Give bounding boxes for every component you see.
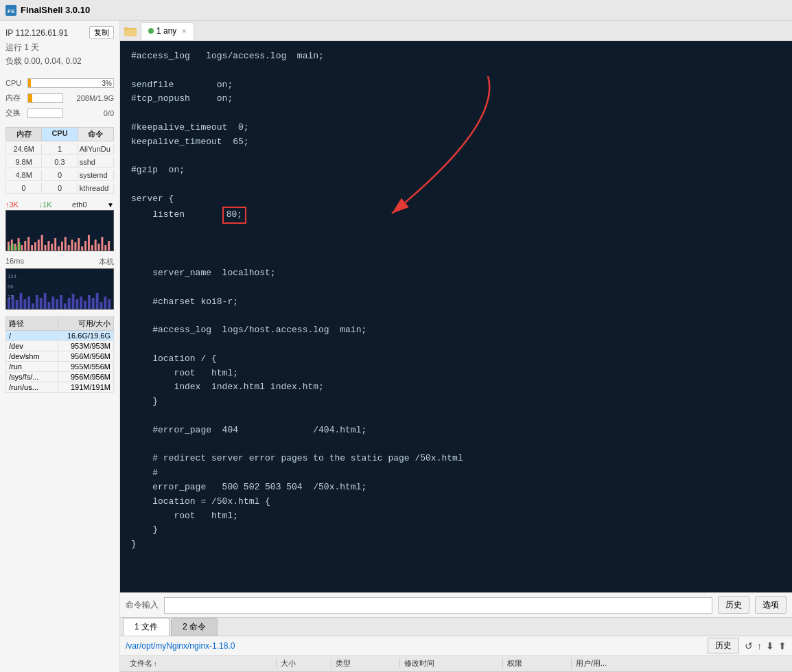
svg-rect-13 bbox=[34, 242, 36, 251]
refresh-icon[interactable]: ↺ bbox=[745, 640, 753, 651]
file-col-name[interactable]: 文件名 ↑ bbox=[126, 658, 277, 669]
svg-text:12: 12 bbox=[8, 294, 14, 300]
code-line: keepalive_timeout 65; bbox=[131, 135, 781, 150]
svg-rect-26 bbox=[78, 238, 80, 251]
svg-rect-51 bbox=[36, 295, 38, 310]
content-area: 1 any × #access_log logs/access.log main… bbox=[120, 21, 792, 672]
tab-commands[interactable]: 2 命令 bbox=[171, 618, 218, 636]
file-col-type[interactable]: 类型 bbox=[331, 658, 400, 669]
net-dropdown[interactable]: ▼ bbox=[107, 201, 114, 209]
file-path-bar: /var/opt/myNginx/nginx-1.18.0 历史 ↺ ↑ ⬇ ⬆ bbox=[120, 636, 792, 656]
code-line bbox=[131, 281, 781, 295]
file-col-perms[interactable]: 权限 bbox=[503, 658, 572, 669]
svg-rect-16 bbox=[45, 245, 47, 251]
svg-rect-58 bbox=[64, 303, 67, 310]
svg-text:FS: FS bbox=[8, 8, 15, 14]
mem-fill bbox=[28, 94, 32, 102]
code-line: sendfile on; bbox=[131, 78, 781, 93]
download-icon[interactable]: ⬇ bbox=[766, 640, 774, 651]
svg-rect-66 bbox=[96, 293, 99, 310]
sort-arrow-name: ↑ bbox=[154, 660, 157, 667]
process-row: 4.8M 0 systemd bbox=[5, 170, 114, 181]
file-col-perms-label: 权限 bbox=[507, 658, 522, 669]
file-col-name-label: 文件名 bbox=[130, 658, 152, 669]
network-section: ↑3K ↓1K eth0 ▼ bbox=[5, 200, 114, 251]
swap-label: 交换 bbox=[5, 108, 25, 118]
proc-cpu-0: 1 bbox=[42, 144, 78, 154]
code-line bbox=[131, 438, 781, 452]
process-row: 0 0 kthreadd bbox=[5, 183, 114, 194]
svg-rect-60 bbox=[72, 294, 75, 310]
history-button[interactable]: 历史 bbox=[718, 596, 749, 614]
svg-rect-75 bbox=[124, 27, 129, 30]
folder-icon[interactable] bbox=[123, 23, 138, 38]
code-line: #access_log logs/access.log main; bbox=[131, 49, 781, 64]
code-line bbox=[131, 106, 781, 121]
svg-rect-27 bbox=[81, 246, 83, 251]
proc-cmd-0: AliYunDu bbox=[78, 144, 113, 154]
proc-cmd-1: sshd bbox=[78, 157, 113, 167]
tab-label: 1 any bbox=[156, 26, 176, 36]
net-down: ↓1K bbox=[39, 200, 52, 209]
copy-button[interactable]: 复制 bbox=[89, 26, 114, 39]
file-col-modified[interactable]: 修改时间 bbox=[400, 658, 503, 669]
fs-row[interactable]: /sys/fs/... 956M/956M bbox=[5, 372, 114, 382]
network-graph bbox=[5, 210, 114, 251]
svg-rect-50 bbox=[32, 303, 34, 310]
tab-files[interactable]: 1 文件 bbox=[123, 618, 170, 636]
svg-rect-48 bbox=[23, 299, 26, 310]
options-button[interactable]: 选项 bbox=[755, 596, 787, 614]
tab-close[interactable]: × bbox=[182, 27, 186, 35]
up-dir-icon[interactable]: ↑ bbox=[757, 640, 762, 651]
proc-mem-3: 0 bbox=[6, 183, 42, 193]
svg-rect-65 bbox=[92, 298, 95, 310]
fs-row[interactable]: /run/us... 191M/191M bbox=[5, 382, 114, 393]
fs-row[interactable]: /run 955M/956M bbox=[5, 362, 114, 372]
path-history-button[interactable]: 历史 bbox=[708, 638, 739, 653]
svg-text:68: 68 bbox=[8, 283, 14, 290]
active-tab[interactable]: 1 any × bbox=[141, 22, 194, 40]
svg-rect-59 bbox=[68, 298, 71, 310]
file-col-size[interactable]: 大小 bbox=[277, 658, 331, 669]
code-line: location = /50x.html { bbox=[131, 495, 781, 509]
terminal[interactable]: #access_log logs/access.log main; sendfi… bbox=[120, 41, 792, 592]
svg-rect-23 bbox=[68, 245, 70, 251]
svg-rect-31 bbox=[95, 240, 97, 251]
fs-size-5: 191M/191M bbox=[58, 382, 113, 392]
fs-path-3: /run bbox=[6, 362, 58, 371]
fs-size-4: 956M/956M bbox=[58, 372, 113, 382]
svg-rect-21 bbox=[61, 242, 63, 251]
file-col-user[interactable]: 用户/用... bbox=[572, 658, 787, 669]
net-up: ↑3K bbox=[5, 200, 19, 209]
current-path: /var/opt/myNginx/nginx-1.18.0 bbox=[126, 641, 702, 651]
code-line bbox=[131, 150, 781, 164]
fs-row[interactable]: /dev 953M/953M bbox=[5, 341, 114, 351]
mem-bar-row: 内存 208M/1.9G bbox=[5, 93, 114, 103]
title-bar: FS FinalShell 3.0.10 bbox=[0, 0, 792, 21]
file-table-header: 文件名 ↑ 大小 类型 修改时间 权限 用户/用... bbox=[120, 656, 792, 672]
svg-rect-12 bbox=[31, 245, 33, 251]
fs-path-1: /dev bbox=[6, 341, 58, 351]
fs-row[interactable]: / 16.6G/19.6G bbox=[5, 331, 114, 341]
upload-icon[interactable]: ⬆ bbox=[778, 640, 787, 651]
cmd-input[interactable] bbox=[164, 597, 712, 614]
fs-row[interactable]: /dev/shm 956M/956M bbox=[5, 351, 114, 362]
svg-rect-9 bbox=[21, 245, 23, 251]
code-line: error_page 500 502 503 504 /50x.html; bbox=[131, 480, 781, 495]
svg-rect-74 bbox=[124, 30, 137, 36]
process-header-cpu: CPU bbox=[42, 128, 78, 141]
svg-rect-34 bbox=[104, 245, 106, 251]
svg-rect-55 bbox=[51, 297, 54, 310]
svg-text:124: 124 bbox=[8, 273, 17, 279]
code-line bbox=[131, 309, 781, 323]
svg-rect-29 bbox=[88, 235, 90, 251]
svg-rect-53 bbox=[44, 293, 47, 310]
ping-header: 16ms 本机 bbox=[5, 257, 114, 267]
proc-cmd-2: systemd bbox=[78, 170, 113, 180]
listen-line: listen 80; bbox=[131, 207, 781, 266]
fs-table-header: 路径 可用/大小 bbox=[5, 316, 114, 331]
svg-rect-28 bbox=[84, 241, 86, 251]
svg-rect-36 bbox=[9, 245, 10, 251]
svg-rect-11 bbox=[27, 237, 30, 251]
cpu-fill bbox=[28, 79, 31, 87]
